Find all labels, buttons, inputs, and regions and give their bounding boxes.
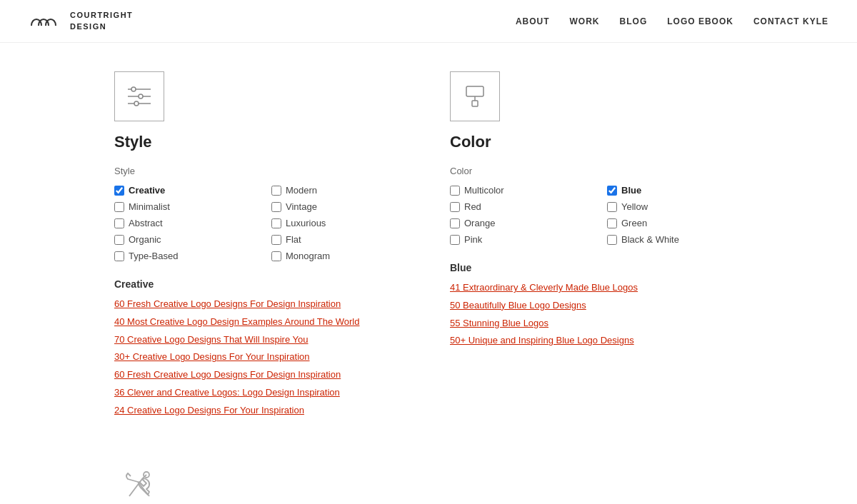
checkbox-type-based[interactable]: Type-Based [114, 251, 250, 261]
main-content: Style Style Creative Modern Minimalist [0, 43, 857, 504]
logo-icon [29, 10, 63, 32]
logo-text: COURTRIGHT DESIGN [70, 10, 133, 32]
checkbox-vintage[interactable]: Vintage [271, 201, 407, 212]
color-checkbox-grid: Multicolor Blue Red Yellow Orange [450, 185, 743, 245]
result-link[interactable]: 41 Extraordinary & Cleverly Made Blue Lo… [450, 282, 638, 293]
list-item: 36 Clever and Creative Logos: Logo Desig… [114, 385, 407, 400]
style-filter-label: Style [114, 166, 407, 176]
color-icon [450, 71, 500, 121]
svg-point-3 [131, 87, 136, 91]
svg-point-4 [139, 94, 143, 99]
checkbox-vintage-label: Vintage [286, 201, 317, 212]
checkbox-orange[interactable]: Orange [450, 218, 586, 228]
result-link[interactable]: 40 Most Creative Logo Design Examples Ar… [114, 316, 359, 327]
nav-about[interactable]: ABOUT [516, 16, 550, 26]
checkbox-modern[interactable]: Modern [271, 185, 407, 196]
checkbox-multicolor[interactable]: Multicolor [450, 185, 586, 196]
checkbox-minimalist-label: Minimalist [129, 201, 170, 212]
checkbox-red[interactable]: Red [450, 201, 586, 212]
result-link[interactable]: 24 Creative Logo Designs For Your Inspir… [114, 405, 304, 415]
checkbox-monogram-label: Monogram [286, 251, 330, 261]
list-item: 60 Fresh Creative Logo Designs For Desig… [114, 297, 407, 312]
result-link[interactable]: 30+ Creative Logo Designs For Your Inspi… [114, 351, 310, 362]
checkbox-creative[interactable]: Creative [114, 185, 250, 196]
checkbox-organic[interactable]: Organic [114, 234, 250, 245]
style-section: Style Style Creative Modern Minimalist [114, 71, 407, 418]
list-item: 41 Extraordinary & Cleverly Made Blue Lo… [450, 281, 743, 296]
result-link[interactable]: 55 Stunning Blue Logos [450, 318, 548, 328]
style-heading: Style [114, 133, 407, 151]
nav-blog[interactable]: BLOG [620, 16, 648, 26]
svg-rect-8 [472, 101, 478, 106]
svg-point-5 [134, 101, 139, 106]
checkbox-flat[interactable]: Flat [271, 234, 407, 245]
color-heading: Color [450, 133, 743, 151]
checkbox-blue-label: Blue [621, 185, 641, 196]
main-nav: ABOUT WORK BLOG LOGO EBOOK CONTACT KYLE [516, 16, 828, 26]
checkbox-yellow-label: Yellow [621, 201, 648, 212]
result-link[interactable]: 50 Beautifully Blue Logo Designs [450, 300, 586, 311]
color-filter-label: Color [450, 166, 743, 176]
list-item: 50 Beautifully Blue Logo Designs [450, 298, 743, 313]
checkbox-red-label: Red [464, 201, 481, 212]
nav-work[interactable]: WORK [570, 16, 600, 26]
checkbox-blue[interactable]: Blue [607, 185, 743, 196]
style-checkbox-grid: Creative Modern Minimalist Vintage Abstr… [114, 185, 407, 261]
checkbox-green[interactable]: Green [607, 218, 743, 228]
checkbox-luxurious[interactable]: Luxurious [271, 218, 407, 228]
list-item: 40 Most Creative Logo Design Examples Ar… [114, 315, 407, 330]
style-icon [114, 71, 164, 121]
checkbox-yellow[interactable]: Yellow [607, 201, 743, 212]
list-item: 50+ Unique and Inspiring Blue Logo Desig… [450, 333, 743, 348]
svg-rect-6 [466, 86, 483, 96]
checkbox-minimalist[interactable]: Minimalist [114, 201, 250, 212]
list-item: 30+ Creative Logo Designs For Your Inspi… [114, 350, 407, 365]
checkbox-type-based-label: Type-Based [129, 251, 178, 261]
nav-contact[interactable]: CONTACT KYLE [753, 16, 828, 26]
checkbox-black-white[interactable]: Black & White [607, 234, 743, 245]
color-results-list: 41 Extraordinary & Cleverly Made Blue Lo… [450, 281, 743, 348]
checkbox-pink-label: Pink [464, 234, 482, 245]
checkbox-creative-label: Creative [129, 185, 165, 196]
result-link[interactable]: 60 Fresh Creative Logo Designs For Desig… [114, 298, 341, 309]
result-link[interactable]: 50+ Unique and Inspiring Blue Logo Desig… [450, 335, 634, 346]
checkbox-monogram[interactable]: Monogram [271, 251, 407, 261]
checkbox-organic-label: Organic [129, 234, 161, 245]
color-results-label: Blue [450, 262, 743, 273]
checkbox-green-label: Green [621, 218, 647, 228]
color-section: Color Color Multicolor Blue Red Yellow [450, 71, 743, 418]
logo: COURTRIGHT DESIGN [29, 10, 133, 32]
misc-icon [114, 461, 164, 504]
checkbox-pink[interactable]: Pink [450, 234, 586, 245]
checkbox-flat-label: Flat [286, 234, 301, 245]
nav-logo-ebook[interactable]: LOGO EBOOK [667, 16, 733, 26]
result-link[interactable]: 60 Fresh Creative Logo Designs For Desig… [114, 369, 341, 380]
site-header: COURTRIGHT DESIGN ABOUT WORK BLOG LOGO E… [0, 0, 857, 43]
svg-point-11 [144, 472, 149, 478]
list-item: 55 Stunning Blue Logos [450, 316, 743, 331]
checkbox-abstract-label: Abstract [129, 218, 163, 228]
result-link[interactable]: 70 Creative Logo Designs That Will Inspi… [114, 334, 308, 345]
checkbox-black-white-label: Black & White [621, 234, 679, 245]
checkbox-modern-label: Modern [286, 185, 317, 196]
two-column-layout: Style Style Creative Modern Minimalist [114, 71, 743, 418]
style-results-label: Creative [114, 278, 407, 290]
result-link[interactable]: 36 Clever and Creative Logos: Logo Desig… [114, 387, 340, 398]
checkbox-luxurious-label: Luxurious [286, 218, 326, 228]
list-item: 70 Creative Logo Designs That Will Inspi… [114, 333, 407, 348]
misc-section: Miscellaneous [114, 461, 743, 504]
list-item: 60 Fresh Creative Logo Designs For Desig… [114, 368, 407, 383]
checkbox-multicolor-label: Multicolor [464, 185, 504, 196]
list-item: 24 Creative Logo Designs For Your Inspir… [114, 403, 407, 418]
checkbox-orange-label: Orange [464, 218, 495, 228]
checkbox-abstract[interactable]: Abstract [114, 218, 250, 228]
style-results-list: 60 Fresh Creative Logo Designs For Desig… [114, 297, 407, 418]
